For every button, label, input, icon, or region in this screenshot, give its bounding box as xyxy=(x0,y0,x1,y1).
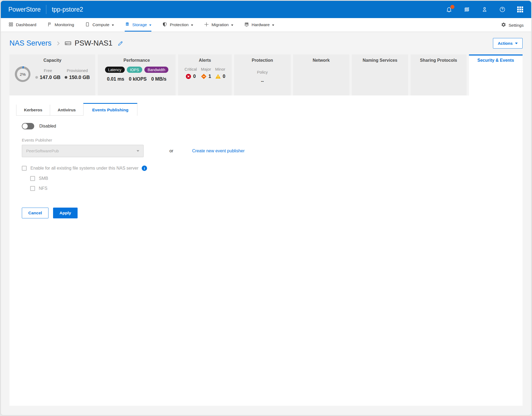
nav-item-compute[interactable]: Compute xyxy=(85,18,114,32)
edit-pencil-icon[interactable] xyxy=(117,40,123,46)
nav-label: Migration xyxy=(211,22,229,27)
app-header: PowerStore tpp-pstore2 xyxy=(1,1,531,18)
system-name: tpp-pstore2 xyxy=(52,6,83,13)
tab-antivirus[interactable]: Antivirus xyxy=(50,105,83,115)
nav-item-storage[interactable]: Storage xyxy=(125,18,151,32)
nas-server-icon xyxy=(64,40,72,47)
card-security-events[interactable]: Security & Events xyxy=(469,54,523,95)
card-capacity[interactable]: Capacity 2% Free 147.0 GB Provisioned xyxy=(9,54,95,95)
smb-label: SMB xyxy=(39,176,48,181)
bandwidth-pill: Bandwidth xyxy=(144,67,168,73)
toggle-knob xyxy=(22,123,28,129)
sub-tab-bar: Kerberos Antivirus Events Publishing xyxy=(16,103,137,116)
provisioned-label: Provisioned xyxy=(65,68,90,73)
chevron-down-icon xyxy=(231,25,233,26)
events-publisher-select[interactable]: PeerSoftwarePub xyxy=(22,145,144,157)
enable-all-label: Enable for all existing file systems und… xyxy=(30,166,138,171)
create-event-publisher-link[interactable]: Create new event publisher xyxy=(192,149,245,153)
chevron-down-icon xyxy=(149,25,151,26)
card-performance[interactable]: Performance Latency IOPS Bandwidth 0.01 … xyxy=(98,54,176,95)
nav-item-hardware[interactable]: Hardware xyxy=(244,18,274,32)
nfs-label: NFS xyxy=(39,186,47,191)
tab-kerberos[interactable]: Kerberos xyxy=(16,105,50,115)
events-publishing-toggle[interactable] xyxy=(22,123,34,129)
actions-label: Actions xyxy=(498,41,513,46)
nav-item-monitoring[interactable]: Monitoring xyxy=(47,18,74,32)
info-icon[interactable]: i xyxy=(142,166,147,171)
nav-label: Compute xyxy=(92,22,109,27)
card-alerts[interactable]: Alerts Critical 0 Major 1 xyxy=(178,54,232,95)
enable-all-checkbox[interactable] xyxy=(22,166,27,171)
smb-checkbox[interactable] xyxy=(30,176,35,181)
security-events-panel: Kerberos Antivirus Events Publishing Dis… xyxy=(9,95,523,406)
nav-item-protection[interactable]: Protection xyxy=(162,18,193,32)
compute-icon xyxy=(85,22,90,28)
free-label: Free xyxy=(35,68,60,73)
card-title: Alerts xyxy=(178,58,232,63)
toggle-state-label: Disabled xyxy=(39,124,56,129)
major-label: Major xyxy=(201,67,211,71)
policy-label: Policy xyxy=(234,70,290,74)
critical-label: Critical xyxy=(185,67,197,71)
form-buttons: Cancel Apply xyxy=(22,208,523,218)
tab-events-publishing[interactable]: Events Publishing xyxy=(83,103,137,116)
nav-item-settings[interactable]: Settings xyxy=(501,18,524,32)
card-title: Network xyxy=(293,58,349,63)
card-title: Naming Services xyxy=(352,58,408,63)
user-icon[interactable] xyxy=(481,6,488,13)
nav-label: Storage xyxy=(132,22,147,27)
apply-button[interactable]: Apply xyxy=(53,208,78,218)
apps-grid-icon[interactable] xyxy=(517,6,524,13)
card-title: Capacity xyxy=(9,58,95,63)
nfs-row: NFS xyxy=(30,186,523,191)
nav-label: Settings xyxy=(509,23,524,28)
gear-icon xyxy=(501,22,506,28)
nav-label: Monitoring xyxy=(55,22,74,27)
nav-item-migration[interactable]: Migration xyxy=(204,18,233,32)
card-network[interactable]: Network xyxy=(293,54,349,95)
critical-count: 0 xyxy=(193,74,196,79)
page-title: PSW-NAS1 xyxy=(75,39,113,47)
notifications-bell-icon[interactable] xyxy=(446,6,453,13)
help-icon[interactable] xyxy=(499,6,506,13)
latency-pill: Latency xyxy=(105,67,125,73)
policy-value: -- xyxy=(234,79,290,84)
capacity-donut-chart: 2% xyxy=(15,66,30,82)
major-count: 1 xyxy=(208,74,211,79)
events-publisher-label: Events Publisher xyxy=(22,138,523,142)
card-naming-services[interactable]: Naming Services xyxy=(352,54,408,95)
smb-row: SMB xyxy=(30,176,523,181)
actions-button[interactable]: Actions xyxy=(493,38,523,49)
cancel-button[interactable]: Cancel xyxy=(22,208,48,218)
hardware-rack-icon xyxy=(244,22,249,28)
migration-icon xyxy=(204,22,209,28)
brand-divider xyxy=(46,5,46,14)
events-publisher-value: PeerSoftwarePub xyxy=(26,149,59,153)
iops-value: 0 kIOPS xyxy=(129,76,147,82)
major-alert-icon xyxy=(201,74,207,79)
iops-pill: IOPS xyxy=(127,67,142,73)
free-legend-dot xyxy=(35,76,38,79)
publisher-row: PeerSoftwarePub or Create new event publ… xyxy=(22,145,523,157)
enable-all-row: Enable for all existing file systems und… xyxy=(22,166,523,171)
minor-count: 0 xyxy=(223,74,225,79)
flag-icon xyxy=(47,22,52,28)
nav-label: Protection xyxy=(170,22,189,27)
provisioned-value: 150.0 GB xyxy=(69,75,90,80)
nfs-checkbox[interactable] xyxy=(30,186,35,191)
card-title: Security & Events xyxy=(469,58,523,63)
card-protection[interactable]: Protection Policy -- xyxy=(234,54,290,95)
jobs-layers-icon[interactable] xyxy=(463,6,470,13)
card-sharing-protocols[interactable]: Sharing Protocols xyxy=(411,54,466,95)
nav-item-dashboard[interactable]: Dashboard xyxy=(8,18,36,32)
latency-value: 0.01 ms xyxy=(107,76,124,82)
header-icon-group xyxy=(446,6,524,13)
storage-icon xyxy=(125,22,130,28)
card-title: Protection xyxy=(234,58,290,63)
notification-badge xyxy=(450,5,454,9)
breadcrumb-parent-link[interactable]: NAS Servers xyxy=(9,39,51,47)
or-label: or xyxy=(169,149,173,153)
app-window: PowerStore tpp-pstore2 xyxy=(1,1,531,415)
provisioned-legend-dot xyxy=(65,76,67,79)
card-title: Performance xyxy=(98,58,176,63)
